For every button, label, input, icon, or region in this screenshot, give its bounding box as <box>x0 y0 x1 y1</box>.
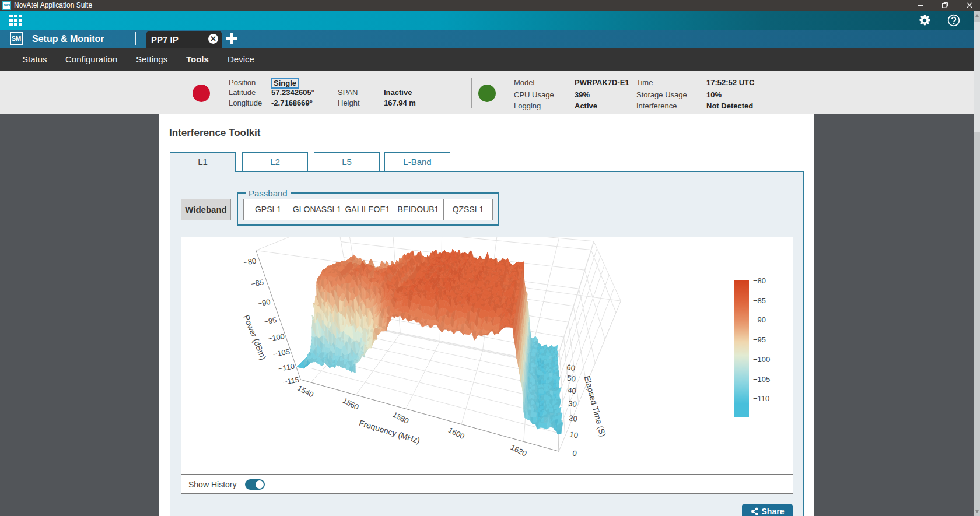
svg-text:−100: −100 <box>753 355 770 364</box>
svg-text:50: 50 <box>566 374 576 384</box>
svg-text:−80: −80 <box>243 256 257 267</box>
svg-text:Elapsed Time (S): Elapsed Time (S) <box>583 375 608 438</box>
svg-text:−105: −105 <box>753 375 770 384</box>
svg-text:10: 10 <box>569 430 579 440</box>
svg-text:−105: −105 <box>272 347 290 359</box>
svg-text:1600: 1600 <box>447 426 466 441</box>
svg-text:0: 0 <box>572 448 578 458</box>
svg-text:20: 20 <box>568 413 578 423</box>
svg-text:−110: −110 <box>753 394 769 403</box>
svg-text:−115: −115 <box>282 375 300 387</box>
svg-text:−90: −90 <box>753 315 766 324</box>
svg-text:40: 40 <box>567 385 576 395</box>
svg-text:−85: −85 <box>753 296 766 305</box>
svg-text:−95: −95 <box>263 315 277 327</box>
svg-text:−90: −90 <box>257 297 271 308</box>
svg-text:−85: −85 <box>250 278 264 289</box>
svg-text:60: 60 <box>566 363 576 373</box>
svg-text:−80: −80 <box>753 276 766 285</box>
svg-text:−100: −100 <box>267 332 285 343</box>
svg-text:1620: 1620 <box>509 443 528 458</box>
svg-text:1580: 1580 <box>391 410 411 425</box>
svg-text:30: 30 <box>568 399 577 409</box>
svg-text:1540: 1540 <box>296 384 316 399</box>
svg-text:Frequency (MHz): Frequency (MHz) <box>358 418 421 445</box>
svg-text:−110: −110 <box>278 361 296 373</box>
svg-text:−95: −95 <box>753 335 766 344</box>
svg-text:1560: 1560 <box>341 396 360 411</box>
